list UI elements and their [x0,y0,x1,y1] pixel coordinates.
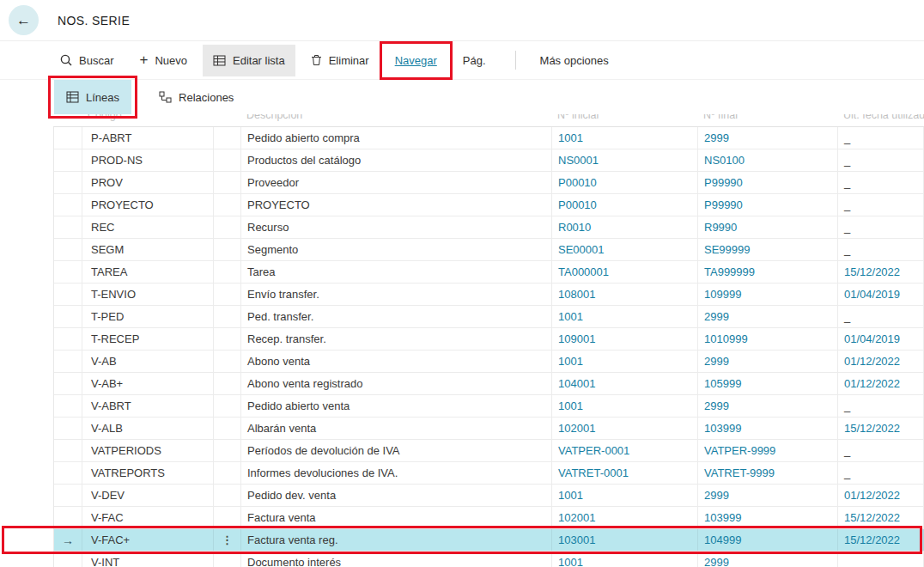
row-menu-icon[interactable] [214,306,241,327]
row-menu-icon[interactable] [214,440,241,461]
table-row[interactable]: SEGM Segmento SE00001 SE99999 _ [54,239,924,261]
cell-description[interactable]: Abono venta registrado [241,373,552,394]
cell-code[interactable]: V-AB+ [82,373,214,394]
relations-button[interactable]: Relaciones [147,80,246,114]
cell-end-no[interactable]: 1010999 [698,328,838,350]
cell-end-no[interactable]: 2999 [698,395,838,417]
cell-description[interactable]: Documento interés [241,552,552,567]
cell-start-no[interactable]: SE00001 [552,239,698,260]
cell-start-no[interactable]: VATPER-0001 [552,440,698,461]
cell-start-no[interactable]: 108001 [552,284,698,305]
table-row[interactable]: T-RECEP Recep. transfer. 109001 1010999 … [54,328,924,351]
cell-end-no[interactable]: NS0100 [698,149,838,171]
cell-description[interactable]: Productos del catálogo [241,149,552,171]
cell-code[interactable]: SEGM [82,239,214,260]
cell-end-no[interactable]: P99990 [698,172,838,193]
cell-start-no[interactable]: 104001 [552,373,698,394]
cell-end-no[interactable]: 109999 [698,284,838,305]
header-description[interactable]: Descripción [240,114,551,126]
cell-last-date[interactable]: _ [838,172,924,193]
cell-end-no[interactable]: 105999 [698,373,838,394]
row-menu-icon[interactable] [214,261,241,283]
cell-description[interactable]: Pedido dev. venta [241,485,552,506]
cell-last-date[interactable]: _ [838,127,924,149]
table-row[interactable]: V-DEV Pedido dev. venta 1001 2999 01/12/… [54,485,924,507]
header-end-no[interactable]: Nº final [697,114,837,126]
cell-last-date[interactable]: 01/04/2019 [838,284,924,305]
cell-end-no[interactable]: 104999 [698,529,838,551]
row-menu-icon[interactable] [214,284,241,305]
cell-last-date[interactable]: 15/12/2022 [838,529,924,551]
cell-start-no[interactable]: 102001 [552,507,698,528]
cell-end-no[interactable]: R9990 [698,216,838,238]
cell-last-date[interactable]: _ [838,306,924,327]
table-row[interactable]: V-INT Documento interés 1001 2999 [54,552,924,567]
cell-last-date[interactable]: 01/12/2022 [838,351,924,372]
cell-start-no[interactable]: R0010 [552,216,698,238]
table-row[interactable]: V-FAC Factura venta 102001 103999 15/12/… [54,507,924,529]
navigate-menu-button[interactable]: Navegar [385,45,447,76]
table-row[interactable]: PROD-NS Productos del catálogo NS0001 NS… [54,149,924,172]
cell-last-date[interactable]: _ [838,239,924,260]
cell-start-no[interactable]: 109001 [552,328,698,350]
cell-end-no[interactable]: P99990 [698,194,838,216]
cell-description[interactable]: Envío transfer. [241,284,552,305]
cell-description[interactable]: Tarea [241,261,552,283]
header-last-date[interactable]: Últ. fecha utilizada [837,114,924,126]
cell-last-date[interactable] [838,552,924,567]
table-row[interactable]: T-ENVIO Envío transfer. 108001 109999 01… [54,284,924,306]
cell-code[interactable]: PROYECTO [82,194,214,216]
cell-code[interactable]: V-FAC+ [82,529,214,551]
cell-end-no[interactable]: 2999 [698,306,838,327]
table-row[interactable]: → V-FAC+ ⋮ Factura venta reg. 103001 104… [54,529,924,552]
cell-code[interactable]: V-ABRT [82,395,214,417]
cell-end-no[interactable]: SE99999 [698,239,838,260]
cell-description[interactable]: Abono venta [241,351,552,372]
cell-description[interactable]: Recep. transfer. [241,328,552,350]
cell-start-no[interactable]: 1001 [552,485,698,506]
table-row[interactable]: VATPERIODS Períodos de devolución de IVA… [54,440,924,462]
cell-start-no[interactable]: TA000001 [552,261,698,283]
cell-description[interactable]: Ped. transfer. [241,306,552,327]
cell-end-no[interactable]: 103999 [698,507,838,528]
delete-button[interactable]: Eliminar [301,45,380,76]
back-button[interactable]: ← [9,5,39,35]
cell-end-no[interactable]: VATRET-9999 [698,462,838,484]
cell-code[interactable]: REC [82,216,214,238]
cell-last-date[interactable]: 15/12/2022 [838,261,924,283]
header-code[interactable]: Código [82,114,213,126]
cell-last-date[interactable]: _ [838,149,924,171]
cell-code[interactable]: PROV [82,172,214,193]
cell-code[interactable]: P-ABRT [82,127,214,149]
row-menu-icon[interactable] [214,239,241,260]
table-row[interactable]: V-AB Abono venta 1001 2999 01/12/2022 [54,351,924,373]
row-menu-icon[interactable] [214,373,241,394]
cell-end-no[interactable]: 2999 [698,127,838,149]
cell-code[interactable]: V-ALB [82,418,214,439]
table-row[interactable]: VATREPORTS Informes devoluciones de IVA.… [54,462,924,485]
cell-description[interactable]: Pedido abierto compra [241,127,552,149]
row-menu-icon[interactable] [214,127,241,149]
cell-description[interactable]: Segmento [241,239,552,260]
cell-end-no[interactable]: VATPER-9999 [698,440,838,461]
cell-code[interactable]: T-PED [82,306,214,327]
table-row[interactable]: T-PED Ped. transfer. 1001 2999 _ [54,306,924,328]
row-menu-icon[interactable] [214,351,241,372]
cell-last-date[interactable]: _ [838,216,924,238]
cell-description[interactable]: PROYECTO [241,194,552,216]
cell-start-no[interactable]: 1001 [552,395,698,417]
cell-start-no[interactable]: VATRET-0001 [552,462,698,484]
cell-last-date[interactable]: 01/12/2022 [838,485,924,506]
cell-code[interactable]: V-INT [82,552,214,567]
cell-description[interactable]: Períodos de devolución de IVA [241,440,552,461]
edit-list-button[interactable]: Editar lista [203,45,295,76]
row-menu-icon[interactable] [214,328,241,350]
row-menu-icon[interactable] [214,172,241,193]
cell-description[interactable]: Factura venta reg. [241,529,552,551]
table-row[interactable]: PROYECTO PROYECTO P00010 P99990 _ [54,194,924,216]
new-button[interactable]: + Nuevo [129,45,198,76]
cell-description[interactable]: Pedido abierto venta [241,395,552,417]
cell-start-no[interactable]: NS0001 [552,149,698,171]
header-start-no[interactable]: Nº inicial [551,114,697,126]
row-menu-icon[interactable] [214,485,241,506]
